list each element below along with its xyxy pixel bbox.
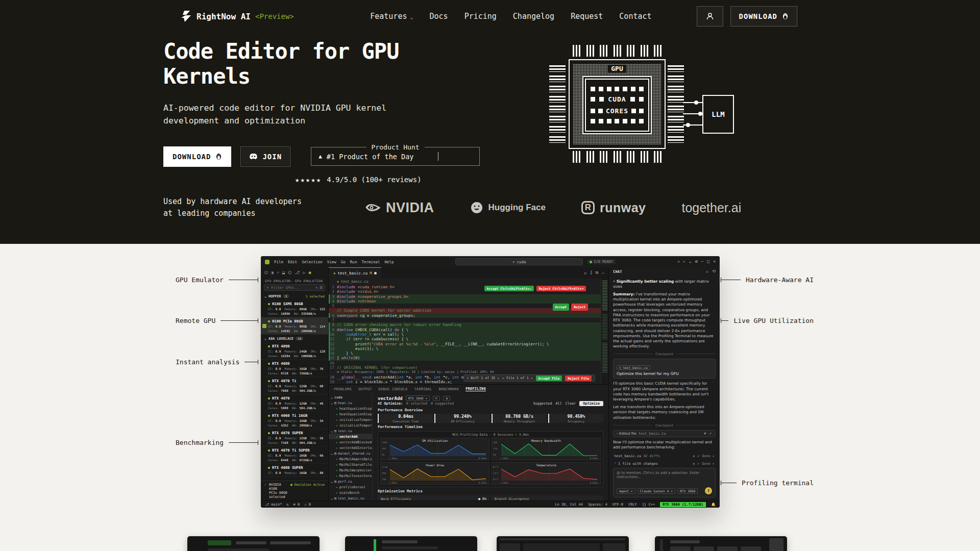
chart-view-button[interactable]: ⇅	[443, 396, 450, 401]
run-file-icon[interactable]: ▷	[584, 271, 587, 276]
command-search[interactable]: ⌕cuda	[455, 258, 583, 265]
minimap[interactable]	[601, 279, 608, 384]
close-icon[interactable]: ✕	[713, 259, 716, 264]
gpu-list-item[interactable]: RTX 4070 TiCC: 8.9 Memory: 12GB SMs: 60C…	[261, 377, 328, 394]
account-button[interactable]	[697, 6, 723, 27]
gpu-list-item[interactable]: RTX 4080 SUPERCC: 8.9 Memory: 16GB SMs: …	[261, 464, 328, 477]
screenshot-thumbnail[interactable]	[187, 536, 320, 551]
tree-kernel-fn[interactable]: ✦initializeTemperature	[329, 417, 372, 422]
brand[interactable]: RightNow AI <Preview>	[180, 11, 294, 22]
edited-file-row[interactable]: › Edited filetest_basic.cu✕✓	[613, 430, 716, 437]
panel-tab-debug-console[interactable]: DEBUG CONSOLE	[379, 387, 408, 391]
gpu-list-item[interactable]: RTX 4070CC: 8.9 Memory: 12GB SMs: 46Core…	[261, 394, 328, 412]
file-tag[interactable]: ▢ test_basic.cu	[617, 365, 650, 370]
gpu-group-header[interactable]: ⌄HOPPER21 selected	[261, 292, 328, 300]
gpu-list-item[interactable]: RTX 4080CC: 8.9 Memory: 16GB SMs: 76Core…	[261, 360, 328, 377]
chat-chip-claude[interactable]: Claude Sonnet 4 ▾	[638, 488, 675, 494]
join-discord-button[interactable]: JOIN	[240, 146, 290, 167]
screenshot-thumbnail[interactable]	[655, 536, 787, 551]
tree-file[interactable]: ⌄▤heat.cu	[329, 400, 372, 406]
screenshot-thumbnail[interactable]	[345, 536, 477, 551]
debug-icon[interactable]: ⌬	[288, 270, 291, 275]
menu-go[interactable]: Go	[341, 260, 346, 264]
discard-icon[interactable]: ✕	[704, 432, 707, 436]
suggested-button[interactable]: Suggested	[533, 402, 552, 406]
reject-all-button[interactable]: Reject Ctrl+Shift+Alt+⌫	[536, 286, 586, 291]
history-icon[interactable]: ⟲	[712, 269, 716, 274]
nav-item-pricing[interactable]: Pricing	[464, 12, 497, 21]
tree-file[interactable]: ⌄▤matmul_shared.cu	[329, 450, 372, 456]
tree-kernel-fn[interactable]: ✦profileKernel	[329, 484, 372, 490]
keep-icon[interactable]: ✓	[709, 432, 712, 436]
optimize-button[interactable]: Optimize	[579, 401, 603, 406]
run-profile-button[interactable]: ▷	[433, 396, 440, 401]
nav-item-changelog[interactable]: Changelog	[513, 12, 554, 21]
status-item[interactable]: ⎇ main*	[265, 503, 282, 507]
gpu-memory-chip[interactable]: RTX 3060 (1.7/12GB)	[660, 502, 706, 507]
gpu-select[interactable]: RTX 3060 ▾	[406, 395, 430, 401]
tree-file[interactable]: ⌄▤test.cu	[329, 428, 372, 434]
tree-file[interactable]: ⌄▤test_basic.cu	[329, 495, 372, 500]
nav-item-features[interactable]: Features ⌄	[370, 12, 413, 21]
clear-button[interactable]: Clear	[566, 402, 576, 406]
tab-test-basic-cu[interactable]: ◈ test_basic.cu M	[329, 267, 381, 279]
code-editor[interactable]: ◈test_basic.cu 1#include <cuda_runtime.h…	[329, 279, 608, 384]
diff-nav-label[interactable]: ↑ Diff 1 of 32 ↓	[467, 376, 500, 380]
panel-tab-benchmark[interactable]: BENCHMARK	[439, 387, 459, 391]
accept-file-button[interactable]: Accept File	[536, 375, 562, 381]
tree-kernel-fn[interactable]: ✦scaleBench	[329, 490, 372, 495]
gpu-filter-input[interactable]	[270, 285, 314, 290]
branch-icon[interactable]: ⎇	[295, 270, 300, 275]
keep-icon[interactable]: ✓	[697, 454, 699, 458]
status-item[interactable]: ⚠ 0	[304, 503, 311, 507]
menu-help[interactable]: Help	[385, 260, 394, 264]
reject-file-button[interactable]: Reject File	[565, 375, 592, 381]
nav-item-request[interactable]: Request	[571, 12, 603, 21]
gpu-list-item[interactable]: RTX 4090CC: 8.9 Memory: 24GB SMs: 128Cor…	[261, 342, 328, 360]
hero-download-button[interactable]: DOWNLOAD	[163, 146, 231, 167]
chat-chip-agent[interactable]: Agent ▾	[617, 488, 635, 494]
settings-gear-icon[interactable]: ⚙	[695, 259, 698, 264]
menu-view[interactable]: View	[327, 260, 336, 264]
accept-all-button[interactable]: Accept Ctrl+Shift+Alt+↵	[484, 286, 534, 291]
search-icon[interactable]: ⌕	[277, 270, 279, 275]
done-button[interactable]: Done ▸	[702, 462, 715, 466]
chat-chip-rtx[interactable]: RTX 3060	[677, 488, 698, 494]
menu-run[interactable]: Run	[350, 260, 357, 264]
layout-sidebar-icon[interactable]: ⫞	[677, 259, 679, 264]
menu-file[interactable]: File	[274, 260, 283, 264]
gpu-list-item[interactable]: RTX 4070 Ti SUPERCC: 8.9 Memory: 16GB SM…	[261, 446, 328, 464]
panel-tab-problems[interactable]: PROBLEMS	[334, 387, 352, 391]
status-item[interactable]: UTF-8	[612, 503, 623, 507]
cuda-badge-icon[interactable]: ●	[308, 270, 311, 275]
tree-kernel-fn[interactable]: ✦vectorAddBlocked	[329, 439, 372, 445]
gpu-list-item[interactable]: H100 SXM5 80GBCC: 9.0 Memory: 80GB SMs: …	[261, 300, 328, 317]
gpu-list-item[interactable]: RTX 4070 SUPERCC: 8.9 Memory: 12GB SMs: …	[261, 429, 328, 446]
discard-icon[interactable]: ✕	[693, 462, 695, 466]
tree-kernel-fn[interactable]: ✦MatMulWarpVector...	[329, 467, 372, 473]
tree-kernel-fn[interactable]: ✦initializeTemperature	[329, 422, 372, 428]
status-item[interactable]: {} C++	[642, 503, 655, 507]
panel-tab-output[interactable]: OUTPUT	[358, 387, 372, 391]
status-item[interactable]: CRLF	[628, 503, 637, 507]
discard-icon[interactable]: ✕	[693, 454, 695, 458]
split-editor-icon[interactable]: ⫿	[591, 270, 592, 276]
tree-kernel-fn[interactable]: ✦vectorAddInterleaved	[329, 445, 372, 450]
gpu-filter[interactable]: ⌕ ✎☰	[264, 284, 325, 291]
panel-tab-terminal[interactable]: TERMINAL	[414, 387, 432, 391]
run-icon[interactable]: ▷	[303, 270, 305, 275]
menu-selection[interactable]: Selection	[302, 260, 323, 264]
tree-kernel-fn[interactable]: ✦heatEquationStep	[329, 411, 372, 417]
send-button[interactable]: ↑	[705, 487, 712, 494]
tree-root[interactable]: ⌄cuda	[329, 394, 372, 400]
power-icon[interactable]: ⏻	[264, 270, 268, 276]
panel-tab-profiling[interactable]: PROFILING	[465, 387, 486, 391]
maximize-icon[interactable]: □	[707, 259, 709, 264]
status-item[interactable]: ↻	[286, 503, 288, 507]
bell-icon[interactable]: 🔔	[711, 503, 716, 507]
inline-accept-button[interactable]: Accept	[553, 304, 570, 310]
nav-item-docs[interactable]: Docs	[430, 12, 448, 21]
status-item[interactable]: Ln 38, Col 44	[555, 503, 583, 507]
keep-icon[interactable]: ✓	[697, 462, 699, 466]
layers-icon[interactable]: ⬓	[282, 270, 285, 275]
